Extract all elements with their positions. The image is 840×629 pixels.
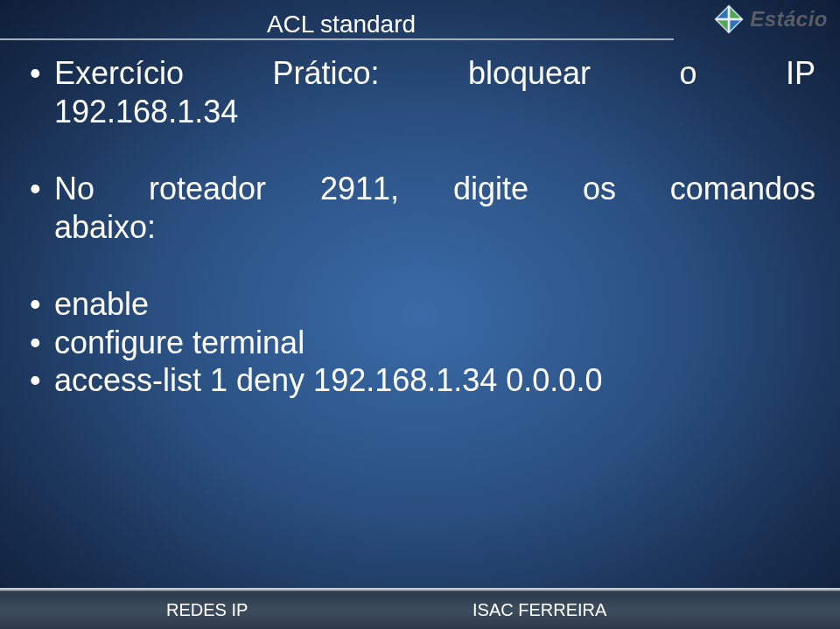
- txt: Prático:: [272, 54, 379, 93]
- bullet-cmd-acl: access-list 1 deny 192.168.1.34 0.0.0.0: [24, 361, 816, 400]
- txt: bloquear: [468, 54, 591, 93]
- footer-right: ISAC FERREIRA: [472, 600, 606, 620]
- txt: IP: [786, 54, 816, 93]
- slide-title: ACL standard: [267, 10, 416, 38]
- txt: No: [54, 170, 94, 208]
- title-underline: [0, 38, 674, 40]
- bullet-router: No roteador 2911, digite os comandos aba…: [24, 170, 816, 247]
- txt: 192.168.1.34: [54, 93, 816, 131]
- txt: roteador: [149, 170, 266, 208]
- txt: os: [583, 170, 616, 208]
- txt: abaixo:: [54, 208, 816, 247]
- estacio-logo-icon: [713, 3, 745, 35]
- footer-left: REDES IP: [166, 600, 248, 620]
- txt: o: [679, 54, 696, 93]
- txt: comandos: [670, 170, 816, 208]
- logo: Estácio: [713, 3, 828, 35]
- bullet-exercise: Exercício Prático: bloquear o IP 192.168…: [24, 54, 816, 131]
- bullet-cmd-configure: configure terminal: [24, 324, 816, 362]
- content-area: Exercício Prático: bloquear o IP 192.168…: [24, 54, 816, 400]
- footer-bar: REDES IP ISAC FERREIRA: [0, 591, 840, 629]
- logo-text: Estácio: [750, 7, 828, 31]
- txt: Exercício: [54, 54, 184, 93]
- bullet-cmd-enable: enable: [24, 285, 816, 324]
- txt: 2911,: [320, 170, 399, 208]
- txt: digite: [453, 170, 528, 208]
- svg-rect-6: [716, 18, 743, 21]
- slide: ACL standard Estácio Exercício Prático: …: [0, 0, 840, 629]
